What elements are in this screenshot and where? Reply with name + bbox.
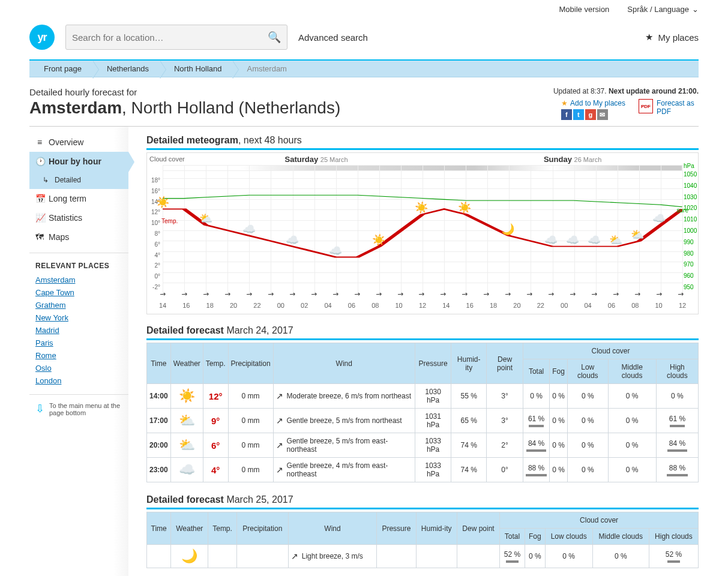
table-row: 17:00 ⛅ 9° 0 mm ↗Gentle breeze, 5 m/s fr… <box>147 409 699 433</box>
time-axis: 1416182022000204060810121416182022000406… <box>163 302 682 310</box>
clock-icon: 🕐 <box>35 157 44 166</box>
crumb-country[interactable]: Netherlands <box>92 61 160 77</box>
weather-icon: ☀️ <box>458 201 471 214</box>
weather-icon: ☁️ <box>544 233 558 247</box>
update-info: Updated at 8:37. Next update around 21:0… <box>553 87 699 95</box>
forecast-table: TimeWeatherTemp. PrecipitationWindPressu… <box>146 512 699 568</box>
relevant-place-link[interactable]: Madrid <box>35 324 122 337</box>
weather-icon: ☁️ <box>329 244 342 257</box>
meteogram-chart: Cloud coverSaturday 25 MarchSunday 26 Ma… <box>146 152 699 314</box>
map-icon: 🗺 <box>35 232 44 242</box>
breadcrumb: Front page Netherlands North Holland Ams… <box>29 59 699 77</box>
relevant-places-header: RELEVANT PLACES <box>29 253 128 274</box>
wind-arrow-icon: ↗ <box>276 440 283 450</box>
weather-icon: 🌙 <box>501 223 514 236</box>
add-my-places-link[interactable]: ★ Add to My places <box>561 99 625 107</box>
mobile-version-link[interactable]: Mobile version <box>559 5 610 14</box>
my-places-link[interactable]: ★ My places <box>645 32 699 43</box>
mail-icon[interactable]: ✉ <box>597 109 608 120</box>
table-row: 🌙 ↗Light breeze, 3 m/s 52 % 0 %0 %0 % 52… <box>147 545 699 568</box>
advanced-search-link[interactable]: Advanced search <box>298 32 368 43</box>
temp-label: Temp. <box>161 218 178 224</box>
weather-icon: ☁️ <box>566 233 579 247</box>
weather-icon: ⛅ <box>631 228 644 241</box>
relevant-place-link[interactable]: Amsterdam <box>35 274 122 286</box>
crumb-city: Amsterdam <box>232 61 297 77</box>
twitter-icon[interactable]: t <box>573 109 584 120</box>
weather-icon: ☀️ <box>372 233 385 247</box>
day-label: Saturday 25 March <box>285 155 348 164</box>
pdf-icon: PDF <box>639 99 653 113</box>
table-row: 23:00 ☁️ 4° 0 mm ↗Gentle breeze, 4 m/s f… <box>147 458 699 482</box>
search-icon[interactable]: 🔍 <box>268 31 281 44</box>
chart-icon: 📈 <box>35 213 44 223</box>
relevant-places-list: AmsterdamCape TownGrathemNew YorkMadridP… <box>29 274 128 387</box>
relevant-place-link[interactable]: Rome <box>35 349 122 362</box>
weather-icon: ⛅ <box>179 437 195 452</box>
weather-icon: ☁️ <box>286 233 299 247</box>
nav-hourly[interactable]: 🕐Hour by hour <box>29 152 128 171</box>
sidebar: ≡Overview 🕐Hour by hour ↳Detailed 📅Long … <box>29 127 128 576</box>
return-icon: ↳ <box>41 176 50 184</box>
weather-icon: ☁️ <box>588 233 601 247</box>
chevron-down-icon: ⌄ <box>692 5 699 14</box>
weather-icon: ☀️ <box>415 201 428 214</box>
temp-axis: 18°16°14°12°10°8°6°4°2°0°-2° <box>148 177 161 284</box>
page-subtitle: Detailed hourly forecast for <box>29 87 340 97</box>
nav-longterm[interactable]: 📅Long term <box>29 189 128 208</box>
relevant-place-link[interactable]: London <box>35 374 122 387</box>
weather-icon: ☀️ <box>156 196 169 209</box>
wind-arrow-icon: ↗ <box>276 391 283 401</box>
meteogram-header: Detailed meteogram, next 48 hours <box>146 135 699 150</box>
wind-arrow-icon: ↗ <box>276 465 283 475</box>
weather-icon: 🌙 <box>181 548 197 563</box>
pressure-axis: hPa1050104010301020101010009909809709609… <box>682 171 697 284</box>
arrow-down-icon: ⇩ <box>35 402 44 416</box>
forecast-header: Detailed forecast March 25, 2017 <box>146 494 699 509</box>
wind-arrow-icon: ↗ <box>276 416 283 425</box>
weather-icon: ⛅ <box>199 212 212 225</box>
relevant-place-link[interactable]: Oslo <box>35 362 122 374</box>
star-icon: ★ <box>561 99 568 107</box>
relevant-place-link[interactable]: New York <box>35 311 122 324</box>
table-row: 14:00 ☀️ 12° 0 mm ↗Moderate breeze, 6 m/… <box>147 384 699 409</box>
nav-detailed[interactable]: ↳Detailed <box>29 171 128 189</box>
crumb-region[interactable]: North Holland <box>160 61 233 77</box>
cloud-cover-label: Cloud cover <box>149 155 185 163</box>
list-icon: ≡ <box>35 137 44 147</box>
nav-statistics[interactable]: 📈Statistics <box>29 208 128 227</box>
forecast-header: Detailed forecast March 24, 2017 <box>146 325 699 340</box>
forecast-pdf-link[interactable]: Forecast as PDF <box>657 99 699 116</box>
yr-logo[interactable]: yr <box>29 25 55 50</box>
pressure-label: sure <box>677 207 688 214</box>
nav-maps[interactable]: 🗺Maps <box>29 227 128 247</box>
table-row: 20:00 ⛅ 6° 0 mm ↗Gentle breeze, 5 m/s fr… <box>147 433 699 458</box>
search-input[interactable] <box>72 32 268 43</box>
weather-icon: ⛅ <box>179 413 195 428</box>
share-icons: f t g ✉ <box>561 109 608 120</box>
search-box: 🔍 <box>65 25 287 50</box>
page-title: Amsterdam, North Holland (Netherlands) <box>29 98 340 118</box>
weather-icon: ☀️ <box>179 388 195 403</box>
to-bottom-link[interactable]: ⇩ To the main menu at the page bottom <box>29 394 128 424</box>
relevant-place-link[interactable]: Paris <box>35 337 122 349</box>
forecast-table: TimeWeatherTemp. PrecipitationWindPressu… <box>146 343 699 482</box>
weather-icon: ☁️ <box>242 223 256 236</box>
day-label: Sunday 26 March <box>544 155 601 164</box>
facebook-icon[interactable]: f <box>561 109 572 120</box>
weather-icon: ☁️ <box>652 212 666 225</box>
nav-overview[interactable]: ≡Overview <box>29 133 128 152</box>
crumb-front[interactable]: Front page <box>29 61 92 77</box>
google-icon[interactable]: g <box>585 109 596 120</box>
star-icon: ★ <box>645 32 653 43</box>
weather-icon: ☁️ <box>179 462 195 477</box>
weather-icon: ⛅ <box>609 233 622 247</box>
wind-arrow-icon: ↗ <box>291 551 298 561</box>
relevant-place-link[interactable]: Cape Town <box>35 286 122 299</box>
calendar-icon: 📅 <box>35 194 44 203</box>
language-select[interactable]: Språk / Language ⌄ <box>627 5 699 14</box>
relevant-place-link[interactable]: Grathem <box>35 299 122 311</box>
